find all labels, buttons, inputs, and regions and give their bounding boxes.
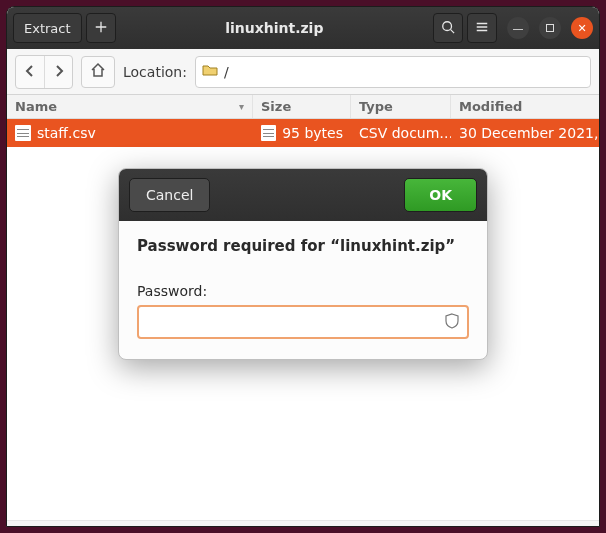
forward-button[interactable] [44,56,72,88]
cancel-button[interactable]: Cancel [129,178,210,212]
password-dialog: Cancel OK Password required for “linuxhi… [118,168,488,360]
search-icon [441,20,455,37]
file-size: 95 bytes [282,125,343,141]
close-button[interactable]: ✕ [571,17,593,39]
search-button[interactable] [433,13,463,43]
document-icon [261,125,276,141]
dialog-header: Cancel OK [119,169,487,221]
titlebar: Extract linuxhint.zip — [7,7,599,49]
document-icon [15,125,31,141]
chevron-right-icon [53,64,65,80]
maximize-button[interactable] [539,17,561,39]
minimize-icon: — [513,23,524,34]
column-header-size[interactable]: Size [253,95,351,118]
column-header-type[interactable]: Type [351,95,451,118]
plus-icon [94,20,108,37]
chevron-left-icon [24,64,36,80]
location-label: Location: [123,64,187,80]
location-field[interactable]: / [195,56,591,88]
table-row[interactable]: staff.csv 95 bytes CSV docum… 30 Decembe… [7,119,599,147]
location-path: / [224,64,229,80]
extract-button[interactable]: Extract [13,13,82,43]
column-header-modified[interactable]: Modified [451,95,599,118]
navigation-bar: Location: / [7,49,599,95]
home-button[interactable] [81,56,115,88]
home-icon [90,62,106,81]
maximize-icon [546,24,554,32]
ok-button[interactable]: OK [404,178,477,212]
column-header-name[interactable]: Name ▾ [7,95,253,118]
svg-point-0 [443,21,452,30]
close-icon: ✕ [577,23,586,34]
column-headers: Name ▾ Size Type Modified [7,95,599,119]
status-bar [7,520,599,526]
dialog-heading: Password required for “linuxhint.zip” [137,237,469,255]
back-button[interactable] [16,56,44,88]
password-label: Password: [137,283,469,299]
password-input[interactable] [147,314,445,330]
minimize-button[interactable]: — [507,17,529,39]
sort-indicator-icon: ▾ [239,101,244,112]
hamburger-icon [475,20,489,37]
file-modified: 30 December 2021,… [451,125,599,141]
hamburger-menu-button[interactable] [467,13,497,43]
folder-icon [202,62,218,81]
shield-icon [445,313,459,332]
window-title: linuxhint.zip [120,20,429,36]
history-nav-group [15,55,73,89]
password-field-wrapper [137,305,469,339]
file-type: CSV docum… [351,125,451,141]
file-name: staff.csv [37,125,96,141]
add-files-button[interactable] [86,13,116,43]
